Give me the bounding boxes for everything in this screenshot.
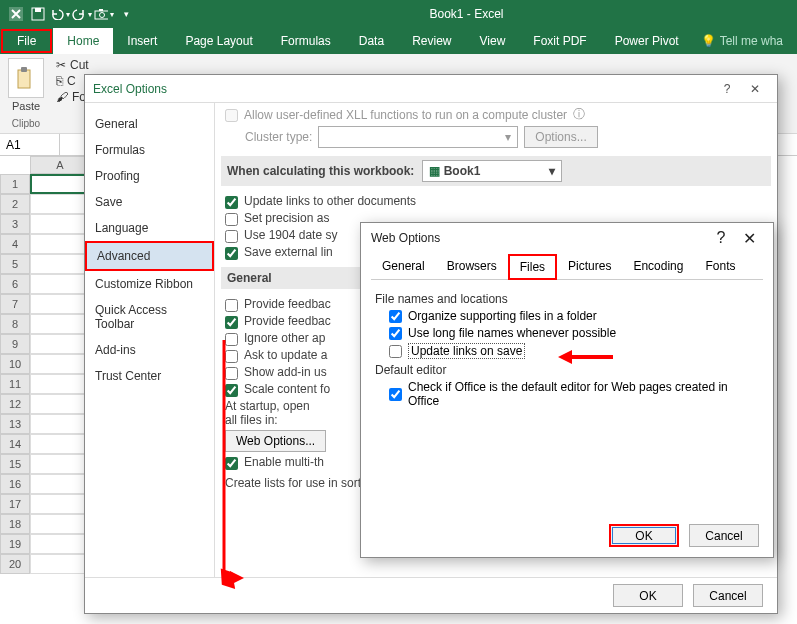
undo-icon[interactable] [50,4,70,24]
cell[interactable] [30,174,90,194]
row-header[interactable]: 9 [0,334,30,354]
camera-icon[interactable] [94,4,114,24]
cell[interactable] [30,394,90,414]
row-header[interactable]: 7 [0,294,30,314]
wo-tab-general[interactable]: General [371,254,436,280]
nav-trust-center[interactable]: Trust Center [85,363,214,389]
name-box[interactable]: A1 [0,134,60,155]
cut-button[interactable]: ✂Cut [56,58,89,72]
cell[interactable] [30,454,90,474]
nav-qat[interactable]: Quick Access Toolbar [85,297,214,337]
row-header[interactable]: 10 [0,354,30,374]
col-header-a[interactable]: A [30,156,90,174]
show-addin-checkbox[interactable] [225,367,238,380]
cell[interactable] [30,514,90,534]
nav-general[interactable]: General [85,111,214,137]
tab-insert[interactable]: Insert [113,28,171,54]
row-header[interactable]: 6 [0,274,30,294]
organize-files-checkbox[interactable] [389,310,402,323]
check-office-checkbox[interactable] [389,388,402,401]
tab-foxit[interactable]: Foxit PDF [519,28,600,54]
info-icon[interactable]: ⓘ [573,106,585,123]
feedback1-checkbox[interactable] [225,299,238,312]
tell-me[interactable]: 💡Tell me wha [701,28,783,54]
row-header[interactable]: 15 [0,454,30,474]
tab-data[interactable]: Data [345,28,398,54]
row-header[interactable]: 5 [0,254,30,274]
cell[interactable] [30,414,90,434]
tab-file[interactable]: File [1,29,52,53]
use-1904-checkbox[interactable] [225,230,238,243]
update-links-checkbox[interactable] [225,196,238,209]
nav-formulas[interactable]: Formulas [85,137,214,163]
row-header[interactable]: 12 [0,394,30,414]
ignore-apps-checkbox[interactable] [225,333,238,346]
close-button[interactable]: ✕ [741,82,769,96]
nav-save[interactable]: Save [85,189,214,215]
paste-button[interactable] [8,58,44,98]
web-options-cancel-button[interactable]: Cancel [689,524,759,547]
row-header[interactable]: 3 [0,214,30,234]
nav-advanced[interactable]: Advanced [85,241,214,271]
cell[interactable] [30,474,90,494]
cell[interactable] [30,234,90,254]
calc-workbook-dropdown[interactable]: ▦ Book1▾ [422,160,562,182]
row-header[interactable]: 17 [0,494,30,514]
cell[interactable] [30,374,90,394]
cell[interactable] [30,554,90,574]
wo-tab-files[interactable]: Files [508,254,557,280]
cell[interactable] [30,354,90,374]
web-options-help-button[interactable]: ? [707,229,735,247]
nav-customize-ribbon[interactable]: Customize Ribbon [85,271,214,297]
cell[interactable] [30,314,90,334]
cell[interactable] [30,334,90,354]
nav-proofing[interactable]: Proofing [85,163,214,189]
tab-page-layout[interactable]: Page Layout [171,28,266,54]
redo-icon[interactable] [72,4,92,24]
row-header[interactable]: 14 [0,434,30,454]
cell[interactable] [30,274,90,294]
tab-home[interactable]: Home [53,28,113,54]
save-icon[interactable] [28,4,48,24]
ask-update-checkbox[interactable] [225,350,238,363]
save-external-checkbox[interactable] [225,247,238,260]
web-options-button[interactable]: Web Options... [225,430,326,452]
wo-tab-pictures[interactable]: Pictures [557,254,622,280]
wo-tab-browsers[interactable]: Browsers [436,254,508,280]
row-header[interactable]: 8 [0,314,30,334]
cell[interactable] [30,294,90,314]
row-header[interactable]: 11 [0,374,30,394]
tab-review[interactable]: Review [398,28,465,54]
row-header[interactable]: 16 [0,474,30,494]
tab-view[interactable]: View [466,28,520,54]
tab-power-pivot[interactable]: Power Pivot [601,28,693,54]
cell[interactable] [30,254,90,274]
row-header[interactable]: 19 [0,534,30,554]
row-header[interactable]: 1 [0,174,30,194]
qat-customize-icon[interactable]: ▾ [116,4,136,24]
cell[interactable] [30,434,90,454]
wo-tab-fonts[interactable]: Fonts [694,254,746,280]
row-header[interactable]: 2 [0,194,30,214]
cell[interactable] [30,214,90,234]
row-header[interactable]: 18 [0,514,30,534]
long-names-checkbox[interactable] [389,327,402,340]
cell[interactable] [30,534,90,554]
nav-addins[interactable]: Add-ins [85,337,214,363]
feedback2-checkbox[interactable] [225,316,238,329]
web-options-ok-button[interactable]: OK [609,524,679,547]
help-button[interactable]: ? [713,82,741,96]
row-header[interactable]: 4 [0,234,30,254]
set-precision-checkbox[interactable] [225,213,238,226]
row-header[interactable]: 13 [0,414,30,434]
row-header[interactable]: 20 [0,554,30,574]
cell[interactable] [30,494,90,514]
update-links-save-checkbox[interactable] [389,345,402,358]
cell[interactable] [30,194,90,214]
excel-options-ok-button[interactable]: OK [613,584,683,607]
scale-content-checkbox[interactable] [225,384,238,397]
enable-multi-checkbox[interactable] [225,457,238,470]
nav-language[interactable]: Language [85,215,214,241]
excel-options-cancel-button[interactable]: Cancel [693,584,763,607]
web-options-close-button[interactable]: ✕ [735,229,763,248]
